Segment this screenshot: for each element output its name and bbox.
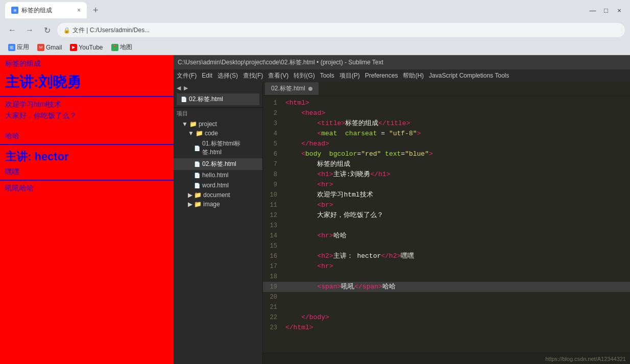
img-folder-name: image <box>203 201 220 208</box>
line-num-9: 9 <box>263 180 283 190</box>
bookmark-maps[interactable]: 📍 地图 <box>108 42 135 53</box>
line-content-4: <meat charseat = "utf-8"> <box>283 129 630 139</box>
sidebar-document-folder[interactable]: ▶ 📁 document <box>174 190 262 200</box>
sidebar-active-file[interactable]: 📄 02.标签.html <box>177 93 259 105</box>
line-content-9: <hr> <box>283 180 630 190</box>
maximize-button[interactable]: □ <box>600 5 612 16</box>
back-button[interactable]: ← <box>5 23 19 37</box>
line-content-17: <hr> <box>283 261 630 272</box>
line-num-18: 18 <box>263 272 283 282</box>
file-icon-hello: 📄 <box>194 173 200 178</box>
page-title-text: 标签的组成 <box>0 55 174 70</box>
line-num-14: 14 <box>263 231 283 241</box>
address-input[interactable]: 🔒 文件 | C:/Users/admin/Des... <box>57 23 625 37</box>
line-num-2: 2 <box>263 108 283 118</box>
sidebar-file-02[interactable]: 📄 02.标签.html <box>174 158 262 170</box>
code-line-13: 13 <box>263 221 630 231</box>
line-content-18 <box>283 272 630 282</box>
sidebar-tab-section: 📄 02.标签.html <box>174 92 262 108</box>
reload-button[interactable]: ↻ <box>40 23 54 37</box>
sidebar-left-arrow[interactable]: ◀ <box>177 85 181 91</box>
code-line-4: 4 <meat charseat = "utf-8"> <box>263 129 630 139</box>
close-button[interactable]: × <box>614 5 625 16</box>
editor-active-tab[interactable]: 02.标签.html <box>265 82 319 95</box>
youtube-label: YouTube <box>79 44 103 51</box>
line-content-3: <title>标签的组成</title> <box>283 118 630 129</box>
sidebar-image-folder[interactable]: ▶ 📁 image <box>174 200 262 209</box>
line-content-5: </head> <box>283 139 630 149</box>
code-line-23: 23 </html> <box>263 323 630 333</box>
folder-arrow-code: ▼ <box>188 130 194 137</box>
line-content-11: <br> <box>283 200 630 210</box>
file-icon-02: 📄 <box>194 161 200 167</box>
line-num-12: 12 <box>263 210 283 221</box>
menu-js-completions[interactable]: JavaScript Completions Tools <box>429 72 509 79</box>
line-num-23: 23 <box>263 323 283 333</box>
sidebar-project-folder[interactable]: ▼ 📁 project <box>174 119 262 129</box>
sublime-body: ◀ ▶ 📄 02.标签.html 项目 <box>174 82 630 364</box>
new-tab-button[interactable]: + <box>89 5 103 16</box>
file-icon: 📄 <box>181 96 187 102</box>
minimize-button[interactable]: — <box>587 5 598 16</box>
line-num-16: 16 <box>263 251 283 261</box>
filename-02: 02.标签.html <box>202 160 236 168</box>
menu-find[interactable]: 查找(F) <box>243 71 263 80</box>
line-num-19: 19 <box>263 282 283 292</box>
gmail-icon: M <box>37 44 44 51</box>
folder-arrow-img: ▶ <box>188 201 192 208</box>
sidebar-file-01[interactable]: 📄 01.标签html标签.html <box>174 138 262 158</box>
menu-help[interactable]: 帮助(H) <box>403 71 424 80</box>
bookmark-gmail[interactable]: M Gmail <box>34 43 65 52</box>
page-text2: 大家好，你吃饭了么？ <box>0 110 174 122</box>
forward-button[interactable]: → <box>22 23 37 37</box>
active-tab[interactable]: ⊕ 标签的组成 × <box>5 2 87 18</box>
line-content-23: </html> <box>283 323 630 333</box>
address-bar: ← → ↻ 🔒 文件 | C:/Users/admin/Des... <box>0 20 630 40</box>
bookmarks-bar: ⊞ 应用 M Gmail ▶ YouTube 📍 地图 <box>0 40 630 55</box>
code-folder-name: code <box>205 130 218 137</box>
menu-project[interactable]: 项目(P) <box>340 71 360 80</box>
filename-word: word.html <box>202 182 229 189</box>
sublime-title-text: C:\Users\admin\Desktop\project\code\02.标… <box>178 58 383 67</box>
page-hr-2 <box>0 144 174 145</box>
menu-file[interactable]: 文件(F) <box>177 71 197 80</box>
code-line-11: 11 <br> <box>263 200 630 210</box>
sublime-menubar: 文件(F) Edit 选择(S) 查找(F) 查看(V) 转到(G) Tools… <box>174 69 630 82</box>
page-text1: 欢迎学习html技术 <box>0 99 174 110</box>
menu-select[interactable]: 选择(S) <box>217 71 238 80</box>
folder-arrow-project: ▼ <box>182 120 188 128</box>
menu-preferences[interactable]: Preferences <box>365 72 398 79</box>
sidebar-nav-arrows: ◀ ▶ <box>174 84 262 92</box>
page-hr-3 <box>0 180 174 181</box>
sidebar-file-word[interactable]: 📄 word.html <box>174 180 262 190</box>
page-h1: 主讲:刘晓勇 <box>0 70 174 94</box>
line-content-14: <hr>哈哈 <box>283 231 630 241</box>
sidebar-file-hello[interactable]: 📄 hello.html <box>174 170 262 180</box>
code-line-9: 9 <hr> <box>263 180 630 190</box>
file-icon-word: 📄 <box>194 183 200 188</box>
line-content-20 <box>283 292 630 302</box>
menu-tools[interactable]: Tools <box>320 72 334 79</box>
lock-icon: 🔒 <box>63 27 70 34</box>
menu-goto[interactable]: 转到(G) <box>294 71 314 80</box>
line-content-6: <body bgcolor="red" text="blue"> <box>283 149 630 159</box>
line-content-12: 大家好，你吃饭了么？ <box>283 210 630 221</box>
menu-edit[interactable]: Edit <box>202 72 212 79</box>
code-line-7: 7 标签的组成 <box>263 159 630 169</box>
line-content-21 <box>283 302 630 312</box>
code-line-8: 8 <h1>主讲:刘晓勇</h1> <box>263 169 630 180</box>
code-editor[interactable]: 1 <html> 2 <head> 3 <box>263 96 630 353</box>
bookmark-apps[interactable]: ⊞ 应用 <box>5 42 32 53</box>
bookmark-youtube[interactable]: ▶ YouTube <box>67 43 106 52</box>
sublime-titlebar: C:\Users\admin\Desktop\project\code\02.标… <box>174 55 630 69</box>
code-line-21: 21 <box>263 302 630 312</box>
sidebar-code-folder[interactable]: ▼ 📁 code <box>174 129 262 138</box>
line-num-13: 13 <box>263 221 283 231</box>
code-line-16: 16 <h2>主讲： hector</h2>嘿嘿 <box>263 251 630 261</box>
menu-view[interactable]: 查看(V) <box>268 71 288 80</box>
filename-01: 01.标签html标签.html <box>202 139 258 157</box>
line-content-2: <head> <box>283 108 630 118</box>
sidebar-right-arrow[interactable]: ▶ <box>184 85 188 91</box>
tab-close-button[interactable]: × <box>77 7 81 14</box>
sidebar-project-label: 项目 <box>174 108 262 119</box>
